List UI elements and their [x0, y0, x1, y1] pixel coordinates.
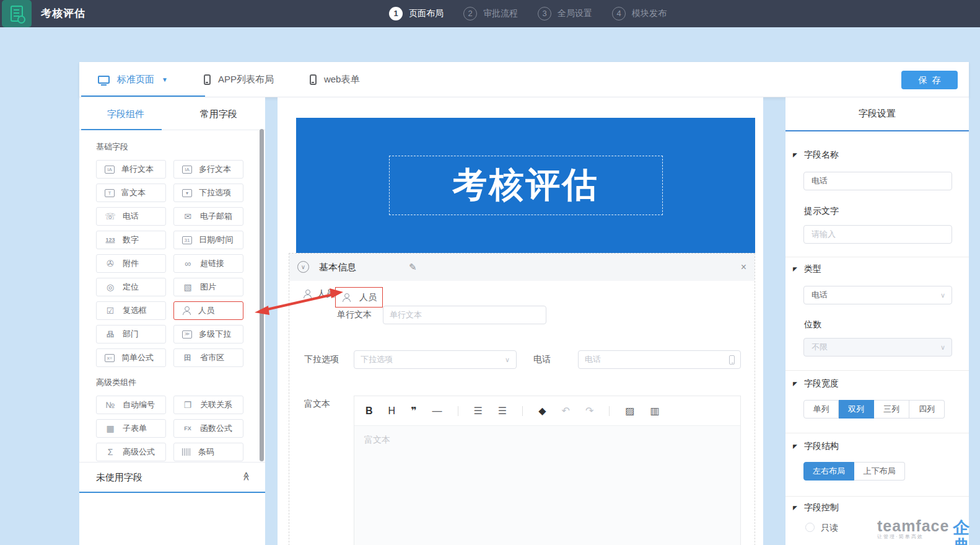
divider — [785, 257, 969, 257]
field-item-image[interactable]: ▧图片 — [173, 278, 243, 296]
watermark-brand-cn: 企典 — [953, 518, 980, 545]
undo-icon[interactable]: ↶ — [562, 406, 570, 416]
dropdown-select[interactable]: 下拉选项 ∨ — [354, 350, 517, 369]
structure-option-vertical[interactable]: 上下布局 — [854, 462, 905, 481]
collapse-double-chevron-icon[interactable]: ≪ — [242, 472, 252, 481]
tab-standard-page[interactable]: 标准页面 ▼ — [98, 74, 168, 86]
field-item-department[interactable]: 品部门 — [96, 325, 166, 343]
insert-image-icon[interactable]: ▨ — [625, 406, 634, 416]
tab-field-components[interactable]: 字段组件 — [79, 97, 172, 130]
field-item-email[interactable]: ✉电子邮箱 — [173, 207, 243, 226]
field-structure-label: 字段结构 — [804, 441, 839, 452]
field-item-single-line-text[interactable]: IA单行文本 — [96, 160, 166, 179]
subform-icon: ▦ — [105, 424, 116, 433]
step-global-settings[interactable]: 3 全局设置 — [538, 7, 592, 20]
phone-input[interactable]: 电话 — [578, 350, 741, 369]
field-item-dropdown[interactable]: ▾下拉选项 — [173, 184, 243, 202]
field-item-number[interactable]: 123数字 — [96, 231, 166, 249]
rich-text-body[interactable]: 富文本 — [354, 426, 740, 545]
phone-icon: ☏ — [105, 212, 116, 221]
field-item-subform[interactable]: ▦子表单 — [96, 419, 166, 438]
field-item-multi-line-text[interactable]: IA多行文本 — [173, 160, 243, 179]
section-triangle-icon[interactable]: ◤ — [793, 505, 797, 511]
field-item-date-time[interactable]: 31日期/时间 — [173, 231, 243, 249]
save-button[interactable]: 保存 — [901, 71, 958, 89]
unused-fields-section: 未使用字段 ≪ — [79, 462, 265, 493]
field-item-multi-level-dropdown[interactable]: ≫多级下拉 — [173, 325, 243, 343]
field-item-attachment[interactable]: ✇附件 — [96, 254, 166, 273]
field-item-advanced-formula[interactable]: Σ高级公式 — [96, 443, 166, 461]
field-item-relation[interactable]: ❐关联关系 — [173, 396, 243, 414]
banner-title-box[interactable]: 考核评估 — [389, 156, 663, 215]
step-number: 1 — [389, 7, 403, 20]
phone-label: 电话 — [533, 354, 551, 365]
type-label: 类型 — [804, 264, 821, 275]
unordered-list-icon[interactable]: ☰ — [498, 406, 507, 416]
field-item-rich-text[interactable]: T富文本 — [96, 184, 166, 202]
insert-video-icon[interactable]: ▥ — [650, 406, 659, 416]
field-item-phone[interactable]: ☏电话 — [96, 207, 166, 226]
active-tab-underline — [81, 95, 205, 97]
unused-fields-label: 未使用字段 — [96, 463, 142, 492]
section-triangle-icon[interactable]: ◤ — [793, 443, 797, 450]
left-panel-scrollbar[interactable] — [260, 129, 264, 461]
digits-label: 位数 — [804, 319, 821, 330]
divider — [785, 370, 969, 371]
width-option-single[interactable]: 单列 — [803, 400, 839, 419]
width-option-triple[interactable]: 三列 — [874, 400, 909, 419]
step-module-publish[interactable]: 4 模块发布 — [612, 7, 667, 20]
field-item-auto-number[interactable]: №自动编号 — [96, 396, 166, 414]
tab-common-fields[interactable]: 常用字段 — [172, 97, 265, 130]
field-library-panel: 字段组件 常用字段 基础字段 IA单行文本 IA多行文本 T富文本 ▾下拉选项 … — [79, 97, 265, 545]
eraser-icon[interactable]: ◆ — [538, 406, 546, 416]
structure-option-horizontal[interactable]: 左右布局 — [803, 462, 854, 481]
type-select[interactable]: 电话 ∨ — [803, 286, 952, 304]
readonly-label: 只读 — [821, 523, 838, 534]
section-triangle-icon[interactable]: ◤ — [793, 152, 797, 158]
blockquote-icon[interactable]: ❞ — [411, 406, 416, 416]
single-line-text-input[interactable]: 单行文本 — [383, 306, 546, 324]
field-name-input[interactable]: 电话 — [803, 172, 952, 190]
relation-icon: ❐ — [182, 401, 193, 409]
readonly-radio[interactable] — [805, 523, 815, 532]
single-line-text-label: 单行文本 — [337, 309, 375, 321]
toolbar-divider — [609, 406, 610, 416]
edit-pencil-icon[interactable]: ✎ — [409, 254, 417, 281]
tab-web-form[interactable]: web表单 — [310, 74, 360, 86]
field-item-person[interactable]: 人员 — [173, 301, 243, 320]
step-page-layout[interactable]: 1 页面布局 — [389, 7, 444, 20]
form-document-icon — [11, 6, 23, 22]
canvas-field-person[interactable]: 人员 — [303, 288, 335, 299]
digits-select[interactable]: 不限 ∨ — [803, 338, 952, 357]
hyperlink-icon: ∞ — [182, 259, 193, 268]
section-collapse-icon[interactable]: ∨ — [297, 261, 309, 273]
field-settings-panel: 字段设置 ◤ 字段名称 电话 提示文字 请输入 ◤ 类型 电话 ∨ 位数 不限 … — [785, 97, 969, 545]
section-close-icon[interactable]: × — [741, 254, 746, 281]
width-option-quad[interactable]: 四列 — [909, 400, 945, 419]
step-approval-flow[interactable]: 2 审批流程 — [463, 7, 518, 20]
banner-title: 考核评估 — [453, 162, 599, 209]
field-item-barcode[interactable]: 条码 — [173, 443, 243, 461]
field-item-location[interactable]: ◎定位 — [96, 278, 166, 296]
step-number: 2 — [463, 7, 477, 20]
heading-icon[interactable]: H — [388, 406, 396, 416]
person-icon — [303, 290, 312, 298]
field-item-simple-formula[interactable]: x=简单公式 — [96, 348, 166, 367]
field-item-checkbox[interactable]: ☑复选框 — [96, 301, 166, 320]
field-item-hyperlink[interactable]: ∞超链接 — [173, 254, 243, 273]
section-triangle-icon[interactable]: ◤ — [793, 266, 797, 272]
ordered-list-icon[interactable]: ☰ — [474, 406, 483, 416]
tab-app-list-layout[interactable]: APP列表布局 — [204, 74, 274, 86]
field-item-function-formula[interactable]: FX函数公式 — [173, 419, 243, 438]
redo-icon[interactable]: ↷ — [585, 406, 593, 416]
app-logo[interactable] — [2, 0, 32, 27]
horizontal-rule-icon[interactable]: — — [432, 406, 442, 416]
section-triangle-icon[interactable]: ◤ — [793, 381, 797, 387]
hint-text-input[interactable]: 请输入 — [803, 225, 952, 244]
bold-icon[interactable]: B — [365, 406, 373, 416]
field-item-region[interactable]: 田省市区 — [173, 348, 243, 367]
width-option-double[interactable]: 双列 — [839, 400, 874, 419]
group-title-basic: 基础字段 — [96, 141, 265, 153]
drag-ghost-person[interactable]: 人员 — [335, 287, 383, 308]
field-structure-options: 左右布局 上下布局 — [803, 462, 905, 481]
